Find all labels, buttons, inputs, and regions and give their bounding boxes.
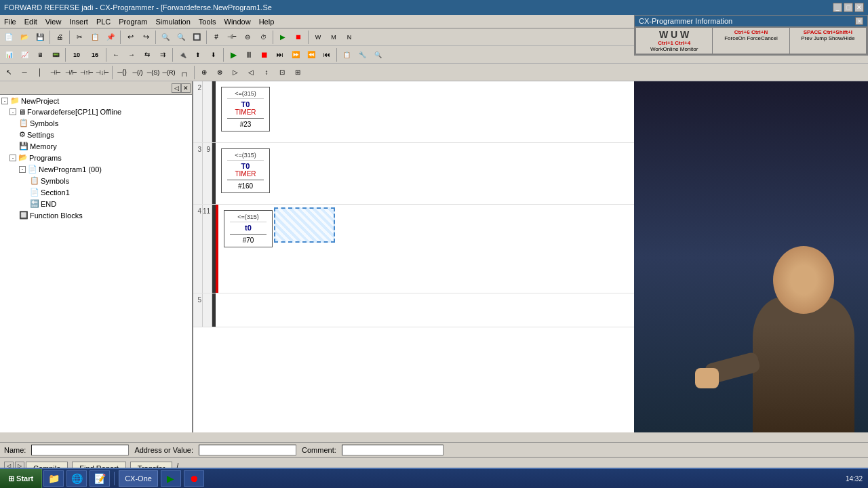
minimize-button[interactable]: _ xyxy=(833,3,842,12)
rung-content-2[interactable]: <=(315) T0 TIMER #23 xyxy=(216,81,634,142)
tb2-arrow3[interactable]: ⇆ xyxy=(140,47,155,62)
tb-copy[interactable]: 📋 xyxy=(87,30,102,45)
tb2-step4[interactable]: ⏮ xyxy=(319,47,334,62)
rung-content-4[interactable]: <=(315) t0 #70 xyxy=(218,205,634,293)
tb2-misc2[interactable]: 🔧 xyxy=(355,47,370,62)
tb3-misc5[interactable]: ↕ xyxy=(259,65,274,80)
tb2-num2[interactable]: 16 xyxy=(86,47,104,62)
tb-run[interactable]: ▶ xyxy=(275,30,290,45)
tb-monitor1[interactable]: W xyxy=(311,30,326,45)
tree-item-symbols2[interactable]: 📋 Symbols xyxy=(0,175,192,186)
tb3-misc2[interactable]: ⊗ xyxy=(212,65,227,80)
menu-program[interactable]: Program xyxy=(115,16,151,27)
tb3-nc-contact[interactable]: ⊣/⊢ xyxy=(64,65,79,80)
tb2-misc1[interactable]: 📋 xyxy=(339,47,354,62)
inst-block-rung3[interactable]: <=(315) T0 TIMER #160 xyxy=(221,148,270,193)
tb-zoom-in[interactable]: 🔍 xyxy=(158,30,173,45)
tb-open[interactable]: 📂 xyxy=(17,30,32,45)
tb-zoom-out[interactable]: 🔍 xyxy=(174,30,189,45)
tb-zoom-full[interactable]: 🔲 xyxy=(189,30,204,45)
rung-content-3[interactable]: <=(315) T0 TIMER #160 referse REFERSE xyxy=(216,143,634,204)
tb2-item4[interactable]: 📟 xyxy=(48,47,63,62)
tb2-step3[interactable]: ⏪ xyxy=(304,47,319,62)
close-tree-btn[interactable]: ✕ xyxy=(181,83,191,93)
tree-item-end[interactable]: 🔚 END xyxy=(0,198,192,209)
tb-redo[interactable]: ↪ xyxy=(138,30,153,45)
tb2-transfer2[interactable]: ⬇ xyxy=(206,47,221,62)
tb-monitor3[interactable]: N xyxy=(342,30,357,45)
tree-item-section1[interactable]: 📄 Section1 xyxy=(0,186,192,198)
tb2-play[interactable]: ▶ xyxy=(226,47,241,62)
diagram-area[interactable]: 2 <=(315) T0 TIMER #23 3 9 xyxy=(193,81,634,432)
tree-item-programs[interactable]: - 📂 Programs xyxy=(0,152,192,163)
inst-block-rung2[interactable]: <=(315) T0 TIMER #23 xyxy=(221,87,270,131)
taskbar-cxone[interactable]: CX-One xyxy=(119,470,158,487)
tb3-misc7[interactable]: ⊞ xyxy=(290,65,305,80)
tb-coil[interactable]: ⊖ xyxy=(240,30,255,45)
tb3-select[interactable]: ↖ xyxy=(1,65,16,80)
tb2-connect[interactable]: 🔌 xyxy=(175,47,190,62)
expand-programs[interactable]: - xyxy=(9,155,16,161)
close-button[interactable]: ✕ xyxy=(854,3,864,12)
tb3-inst-box[interactable]: ┌┐ xyxy=(177,65,192,80)
expand-prog1[interactable]: - xyxy=(19,166,26,173)
tb3-misc4[interactable]: ◁ xyxy=(243,65,258,80)
start-button[interactable]: ⊞ Start xyxy=(0,469,42,488)
tb2-step[interactable]: ⏭ xyxy=(273,47,288,62)
menu-file[interactable]: File xyxy=(0,16,20,27)
name-input[interactable] xyxy=(31,445,129,455)
tb3-set-coil[interactable]: ─(S) xyxy=(146,65,161,80)
menu-view[interactable]: View xyxy=(41,16,66,27)
tb3-nc-coil[interactable]: ─(/) xyxy=(130,65,145,80)
tb2-arrow2[interactable]: → xyxy=(124,47,139,62)
tb-contact[interactable]: ⊣⊢ xyxy=(224,30,239,45)
tb3-hline[interactable]: ─ xyxy=(17,65,32,80)
tb-cut[interactable]: ✂ xyxy=(72,30,87,45)
tree-item-prog1[interactable]: - 📄 NewProgram1 (00) xyxy=(0,163,192,175)
tb-timer[interactable]: ⏱ xyxy=(256,30,271,45)
tb2-item2[interactable]: 📈 xyxy=(17,47,32,62)
maximize-button[interactable]: □ xyxy=(844,3,853,12)
tb-print[interactable]: 🖨 xyxy=(52,30,67,45)
menu-edit[interactable]: Edit xyxy=(20,16,41,27)
tb-undo[interactable]: ↩ xyxy=(123,30,138,45)
menu-plc[interactable]: PLC xyxy=(92,16,115,27)
menu-simulation[interactable]: Simulation xyxy=(151,16,194,27)
tb3-misc1[interactable]: ⊕ xyxy=(197,65,212,80)
taskbar-notepad[interactable]: 📝 xyxy=(90,470,110,487)
tree-item-plc[interactable]: - 🖥 Forwardeferse[CP1L] Offline xyxy=(0,106,192,117)
tb-grid[interactable]: # xyxy=(209,30,224,45)
tb-stop[interactable]: ⏹ xyxy=(291,30,306,45)
tree-item-symbols[interactable]: 📋 Symbols xyxy=(0,117,192,129)
tb-monitor2[interactable]: M xyxy=(326,30,341,45)
tree-item-settings[interactable]: ⚙ Settings xyxy=(0,129,192,140)
address-input[interactable] xyxy=(199,445,296,455)
tree-item-memory[interactable]: 💾 Memory xyxy=(0,140,192,152)
menu-help[interactable]: Help xyxy=(255,16,279,27)
menu-insert[interactable]: Insert xyxy=(65,16,92,27)
tb3-misc3[interactable]: ▷ xyxy=(228,65,243,80)
tb2-misc3[interactable]: 🔍 xyxy=(370,47,385,62)
taskbar-ie[interactable]: 🌐 xyxy=(66,470,87,487)
expand-plc[interactable]: - xyxy=(9,108,16,115)
tb2-arrow[interactable]: ← xyxy=(108,47,123,62)
taskbar-record[interactable]: ⏺ xyxy=(184,470,204,487)
menu-window[interactable]: Window xyxy=(220,16,255,27)
rung-content-5[interactable] xyxy=(216,293,634,327)
tb3-reset-coil[interactable]: ─(R) xyxy=(161,65,176,80)
tree-item-newproject[interactable]: - 📁 NewProject xyxy=(0,95,192,106)
tb2-num1[interactable]: 10 xyxy=(68,47,85,62)
tb3-neg-contact[interactable]: ⊣↓⊢ xyxy=(95,65,110,80)
tb-paste[interactable]: 📌 xyxy=(103,30,118,45)
tb2-item1[interactable]: 📊 xyxy=(1,47,16,62)
tb2-step2[interactable]: ⏩ xyxy=(288,47,303,62)
menu-tools[interactable]: Tools xyxy=(195,16,220,27)
tb2-item3[interactable]: 🖥 xyxy=(33,47,47,62)
tb3-pos-contact[interactable]: ⊣↑⊢ xyxy=(79,65,94,80)
taskbar-explorer[interactable]: 📁 xyxy=(43,470,64,487)
tb-new[interactable]: 📄 xyxy=(1,30,16,45)
tree-item-funcblocks[interactable]: 🔲 Function Blocks xyxy=(0,209,192,221)
tb2-stop2[interactable]: ⏹ xyxy=(257,47,272,62)
taskbar-play[interactable]: ▶ xyxy=(161,470,181,487)
cx-info-close[interactable]: ✕ xyxy=(855,17,863,25)
